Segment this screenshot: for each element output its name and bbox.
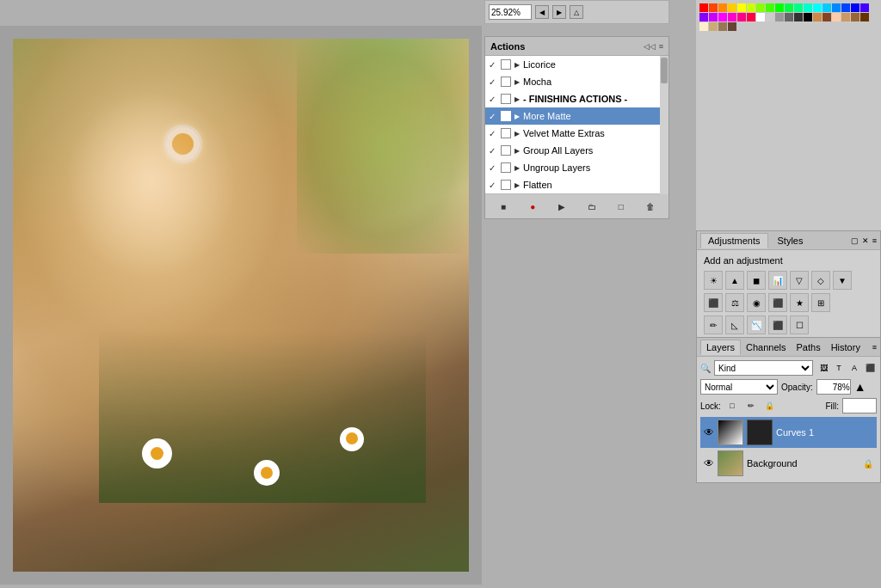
color-swatch[interactable] [832,13,841,21]
layer-background[interactable]: 👁 Background 🔒 [700,448,877,479]
fill-input[interactable] [842,398,877,413]
opacity-stepper[interactable]: ▲ [854,380,866,394]
adj-hue-btn[interactable]: ◇ [811,271,830,290]
tab-paths[interactable]: Paths [792,340,826,354]
adj-posterize-btn[interactable]: ⊞ [811,293,830,312]
color-swatch[interactable] [718,22,727,31]
adj-pattern-btn[interactable]: ☐ [790,315,809,334]
action-item-ungroup[interactable]: ✓ ▶ Ungroup Layers [485,159,668,176]
blend-mode-select[interactable]: Normal Multiply Screen [700,379,778,395]
play-btn[interactable]: ▶ [553,198,570,215]
action-item-more-matte[interactable]: ✓ ▶ More Matte [485,107,668,125]
actions-collapse-btn[interactable]: ◁◁ [644,42,656,51]
adj-minimize-btn[interactable]: ▢ [851,236,859,245]
adj-brightness-btn[interactable]: ☀ [704,271,723,290]
color-swatch[interactable] [813,3,822,12]
tab-adjustments[interactable]: Adjustments [700,233,768,248]
color-swatch[interactable] [804,3,812,12]
tab-channels[interactable]: Channels [741,340,791,354]
color-swatch[interactable] [699,3,708,12]
color-swatch[interactable] [851,3,859,12]
color-swatch[interactable] [860,13,869,21]
action-item-group-all[interactable]: ✓ ▶ Group All Layers [485,142,668,159]
adj-photofilter-btn[interactable]: ⚖ [725,293,744,312]
adj-invert-btn[interactable]: ★ [790,293,809,312]
delete-btn[interactable]: 🗑 [642,198,659,215]
color-swatch[interactable] [709,3,718,12]
color-swatch[interactable] [728,22,736,31]
adj-solidcolor-btn[interactable]: ⬛ [768,315,787,334]
adj-vibrance-btn[interactable]: ▽ [790,271,809,290]
action-item-mocha[interactable]: ✓ ▶ Mocha [485,73,668,90]
color-swatch[interactable] [832,3,841,12]
action-item-licorice[interactable]: ✓ ▶ Licorice [485,56,668,73]
adj-levels-btn[interactable]: ▲ [725,271,744,290]
kind-filter-select[interactable]: Kind [714,360,813,376]
color-swatch[interactable] [766,3,774,12]
color-swatch[interactable] [841,13,850,21]
layers-menu-btn[interactable]: ≡ [872,343,877,352]
color-swatch[interactable] [709,13,718,21]
color-swatch[interactable] [737,13,746,21]
filter-pixel-btn[interactable]: 🖼 [816,361,830,375]
color-swatch[interactable] [794,13,803,21]
actions-scrollbar[interactable] [660,56,668,194]
new-set-btn[interactable]: 🗀 [583,198,601,215]
adj-selectcolor-btn[interactable]: 📉 [747,315,766,334]
tab-layers[interactable]: Layers [700,340,741,355]
adj-menu-btn[interactable]: ≡ [872,236,877,245]
tab-history[interactable]: History [826,340,866,354]
opacity-input[interactable] [816,379,851,395]
adj-threshold-btn[interactable]: ✏ [704,315,723,334]
tab-styles[interactable]: Styles [770,233,811,248]
color-swatch[interactable] [766,13,774,21]
color-swatch[interactable] [804,13,812,21]
adj-colorlookup-btn[interactable]: ⬛ [768,293,787,312]
adj-gradient-btn[interactable]: ◺ [725,315,744,334]
adj-close-btn[interactable]: ✕ [862,236,869,245]
zoom-in-btn[interactable]: ▶ [552,5,566,19]
color-swatch[interactable] [785,3,793,12]
filter-type-btn[interactable]: T [832,361,846,375]
color-swatch[interactable] [756,13,765,21]
color-swatch[interactable] [756,3,765,12]
layer-curves1[interactable]: 👁 Curves 1 [700,417,877,448]
scrollbar-thumb[interactable] [661,58,668,83]
stop-btn[interactable]: ■ [495,198,512,215]
color-swatch[interactable] [860,3,869,12]
color-swatch[interactable] [747,3,755,12]
color-swatch[interactable] [822,13,831,21]
color-swatch[interactable] [709,22,718,31]
color-swatch[interactable] [718,3,727,12]
action-item-finishing[interactable]: ✓ ▶ - FINISHING ACTIONS - [485,90,668,107]
layer-background-visibility[interactable]: 👁 [704,457,714,469]
adj-colorbalance-btn[interactable]: ▼ [833,271,852,290]
layer-curves1-visibility[interactable]: 👁 [704,426,714,438]
adj-channelmixer-btn[interactable]: ◉ [747,293,766,312]
adj-blackwhite-btn[interactable]: ⬛ [704,293,723,312]
color-swatch[interactable] [775,3,784,12]
action-item-flatten[interactable]: ✓ ▶ Flatten [485,176,668,193]
zoom-input[interactable] [489,4,532,20]
color-swatch[interactable] [813,13,822,21]
color-swatch[interactable] [728,13,736,21]
color-swatch[interactable] [728,3,736,12]
record-btn[interactable]: ● [524,198,541,215]
color-swatch[interactable] [699,22,708,31]
color-swatch[interactable] [718,13,727,21]
zoom-fit-btn[interactable]: △ [570,5,583,19]
filter-smart-btn[interactable]: ⬛ [863,361,877,375]
color-swatch[interactable] [794,3,803,12]
color-swatch[interactable] [785,13,793,21]
adj-exposure-btn[interactable]: 📊 [768,271,787,290]
lock-pixels-btn[interactable]: □ [724,398,740,413]
new-action-btn[interactable]: □ [613,198,630,215]
color-swatch[interactable] [699,13,708,21]
color-swatch[interactable] [851,13,859,21]
adj-curves-btn[interactable]: ◼ [747,271,766,290]
lock-position-btn[interactable]: ✏ [743,398,759,413]
color-swatch[interactable] [775,13,784,21]
action-item-velvet-matte[interactable]: ✓ ▶ Velvet Matte Extras [485,125,668,142]
filter-shape-btn[interactable]: A [847,361,861,375]
actions-menu-btn[interactable]: ≡ [659,42,663,51]
